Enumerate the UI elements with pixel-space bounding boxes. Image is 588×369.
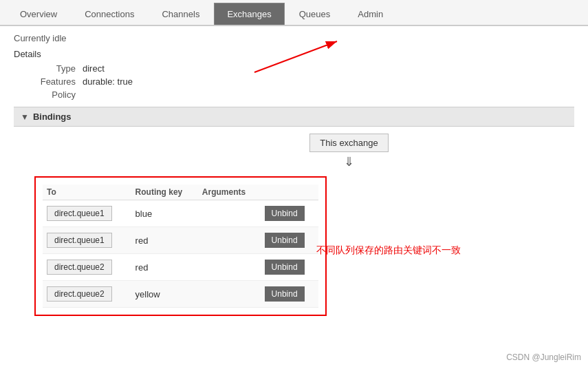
table-header-row: To Routing key Arguments — [43, 184, 318, 200]
action-cell: Unbind — [261, 227, 318, 254]
arguments-cell — [198, 254, 261, 281]
details-table: Type direct Features durable: true Polic… — [28, 63, 574, 100]
bindings-title: Bindings — [33, 112, 72, 122]
arguments-cell — [198, 281, 261, 308]
tab-exchanges[interactable]: Exchanges — [214, 3, 284, 25]
queue-button-4[interactable]: direct.queue2 — [47, 286, 112, 302]
details-row-features: Features durable: true — [28, 76, 574, 87]
routing-key-cell: yellow — [131, 281, 198, 308]
tab-channels[interactable]: Channels — [149, 3, 213, 25]
queue-cell: direct.queue1 — [43, 227, 131, 254]
tab-connections[interactable]: Connections — [72, 3, 147, 25]
status-text: Currently idle — [14, 33, 574, 43]
queue-cell: direct.queue2 — [43, 254, 131, 281]
table-row: direct.queue1 red Unbind — [43, 227, 318, 254]
details-row-type: Type direct — [28, 63, 574, 74]
col-header-to: To — [43, 184, 131, 200]
action-cell: Unbind — [261, 254, 318, 281]
tab-overview[interactable]: Overview — [7, 3, 70, 25]
action-cell: Unbind — [261, 200, 318, 227]
features-value: durable: true — [83, 76, 133, 87]
action-cell: Unbind — [261, 281, 318, 308]
routing-key-cell: red — [131, 227, 198, 254]
annotation-text: 不同队列保存的路由关键词不一致 — [316, 244, 461, 257]
features-label: Features — [28, 76, 83, 87]
arguments-cell — [198, 200, 261, 227]
queue-button-3[interactable]: direct.queue2 — [47, 260, 112, 275]
table-row: direct.queue2 red Unbind — [43, 254, 318, 281]
this-exchange-button[interactable]: This exchange — [309, 134, 389, 152]
nav-tabs: Overview Connections Channels Exchanges … — [0, 0, 588, 26]
main-content: Currently idle Details Type direct Featu… — [0, 26, 588, 323]
type-label: Type — [28, 63, 83, 74]
routing-key-cell: blue — [131, 200, 198, 227]
table-row: direct.queue1 blue Unbind — [43, 200, 318, 227]
col-header-routing-key: Routing key — [131, 184, 198, 200]
col-header-arguments: Arguments — [198, 184, 261, 200]
collapse-icon[interactable]: ▼ — [21, 112, 29, 122]
bindings-table: To Routing key Arguments direct.queue1 b… — [43, 184, 318, 308]
policy-label: Policy — [28, 89, 83, 100]
col-header-action — [261, 184, 318, 200]
bindings-header: ▼ Bindings — [14, 107, 574, 127]
queue-cell: direct.queue2 — [43, 281, 131, 308]
unbind-button-4[interactable]: Unbind — [265, 286, 305, 302]
tab-admin[interactable]: Admin — [345, 3, 396, 25]
exchange-button-area: This exchange ⇓ — [124, 134, 574, 169]
watermark: CSDN @JungleiRim — [506, 352, 581, 362]
unbind-button-1[interactable]: Unbind — [265, 206, 305, 221]
unbind-button-2[interactable]: Unbind — [265, 233, 305, 248]
queue-cell: direct.queue1 — [43, 200, 131, 227]
details-section-title: Details — [14, 49, 574, 59]
bindings-container: To Routing key Arguments direct.queue1 b… — [34, 176, 327, 316]
table-row: direct.queue2 yellow Unbind — [43, 281, 318, 308]
queue-button-2[interactable]: direct.queue1 — [47, 233, 112, 248]
details-row-policy: Policy — [28, 89, 574, 100]
routing-key-cell: red — [131, 254, 198, 281]
queue-button-1[interactable]: direct.queue1 — [47, 206, 112, 221]
type-value: direct — [83, 63, 105, 74]
arguments-cell — [198, 227, 261, 254]
unbind-button-3[interactable]: Unbind — [265, 260, 305, 275]
down-arrow-icon: ⇓ — [344, 154, 354, 169]
tab-queues[interactable]: Queues — [286, 3, 344, 25]
